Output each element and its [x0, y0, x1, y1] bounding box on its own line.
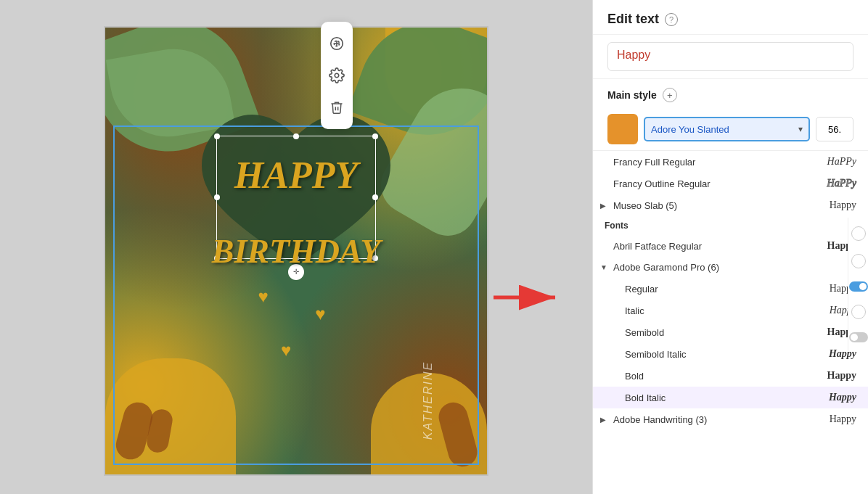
happy-text[interactable]: HAPPY	[234, 153, 358, 196]
font-variant-label: Semibold Italic	[625, 349, 687, 360]
font-name-label: Abril Fatface Regular	[613, 241, 702, 252]
font-dropdown[interactable]: Adore You Slanted ▾	[644, 117, 810, 141]
fonts-section-label: Fonts	[593, 216, 868, 235]
side-control-2[interactable]	[851, 254, 866, 268]
font-name-label: Adobe Garamond Pro (6)	[613, 262, 719, 273]
side-control-3[interactable]	[851, 305, 866, 319]
font-subitem-italic[interactable]: Italic Happy	[593, 300, 868, 321]
delete-button[interactable]	[321, 91, 353, 123]
font-variant-label: Bold Italic	[625, 392, 666, 403]
toggle-knob	[851, 334, 858, 341]
font-name-label: Museo Slab (5)	[613, 200, 677, 211]
font-variant-label: Regular	[625, 284, 658, 295]
add-style-button[interactable]: +	[663, 88, 677, 102]
canvas-area: ✛ HAPPY BIRTHDAY ♥ ♥ ♥ KATHERINE	[0, 0, 592, 494]
font-name-display: Adore You Slanted	[651, 124, 729, 135]
font-preview: Happy	[827, 370, 856, 382]
expand-arrow-icon: ▶	[600, 416, 606, 424]
resize-handle-mr[interactable]	[372, 194, 378, 200]
svg-point-4	[335, 73, 339, 78]
main-style-label: Main style	[607, 89, 657, 101]
resize-handle-tm[interactable]	[293, 133, 299, 139]
font-name-label: Francy Outline Regular	[613, 178, 711, 189]
help-button[interactable]: ?	[665, 13, 678, 26]
main-style-row: Main style +	[593, 79, 868, 108]
font-subitem-bold[interactable]: Bold Happy	[593, 365, 868, 387]
side-controls-panel	[848, 218, 868, 351]
small-heart-2: ♥	[315, 304, 325, 324]
style-controls-row: Adore You Slanted ▾	[593, 108, 868, 144]
resize-handle-ml[interactable]	[214, 194, 220, 200]
font-preview: HaPPy	[827, 178, 856, 189]
font-subitem-regular[interactable]: Regular Happy	[593, 278, 868, 300]
font-item-abril-fatface[interactable]: Abril Fatface Regular Happy	[593, 235, 868, 257]
text-input[interactable]: Happy	[607, 42, 853, 71]
resize-handle-tl[interactable]	[214, 133, 220, 139]
toggle-off-1[interactable]	[849, 332, 868, 342]
card-image[interactable]: ✛ HAPPY BIRTHDAY ♥ ♥ ♥ KATHERINE	[104, 26, 488, 476]
font-variant-label: Bold	[625, 371, 644, 382]
copy-layer-button[interactable]	[321, 28, 353, 59]
right-panel: Edit text ? Happy Main style + Adore You…	[592, 0, 868, 494]
panel-header: Edit text ?	[593, 0, 868, 35]
red-arrow	[494, 283, 566, 312]
expand-arrow-icon: ▶	[600, 202, 606, 210]
toggle-knob	[859, 283, 867, 290]
font-variant-label: Italic	[625, 305, 644, 316]
font-variant-label: Semibold	[625, 327, 664, 338]
birthday-text[interactable]: BIRTHDAY	[212, 231, 381, 270]
font-name-label: Adobe Handwriting (3)	[613, 414, 707, 425]
expand-arrow-icon: ▼	[600, 263, 607, 271]
font-dropdown-panel[interactable]: Francy Full Regular HaPPy Francy Outline…	[593, 150, 868, 426]
text-input-area: Happy	[593, 35, 868, 79]
font-preview: Happy	[830, 413, 856, 425]
font-size-input[interactable]	[816, 117, 853, 141]
font-item-francy-full[interactable]: Francy Full Regular HaPPy	[593, 151, 868, 173]
font-group-adobe-handwriting[interactable]: ▶ Adobe Handwriting (3) Happy	[593, 408, 868, 426]
font-subitem-semibold[interactable]: Semibold Happy	[593, 321, 868, 343]
font-subitem-bold-italic[interactable]: Bold Italic Happy	[593, 387, 868, 408]
font-item-francy-outline[interactable]: Francy Outline Regular HaPPy	[593, 173, 868, 194]
dropdown-arrow-icon: ▾	[798, 124, 803, 134]
side-control-1[interactable]	[851, 226, 866, 241]
font-group-museo-slab[interactable]: ▶ Museo Slab (5) Happy	[593, 194, 868, 216]
settings-button[interactable]	[321, 59, 353, 91]
font-group-adobe-garamond-pro[interactable]: ▼ Adobe Garamond Pro (6)	[593, 257, 868, 278]
katherine-text: KATHERINE	[422, 361, 435, 440]
small-heart-1: ♥	[258, 287, 268, 307]
floating-toolbar	[321, 22, 353, 129]
font-preview: HaPPy	[827, 156, 856, 168]
panel-title: Edit text	[607, 12, 659, 27]
small-heart-3: ♥	[281, 340, 291, 361]
font-subitem-semibold-italic[interactable]: Semibold Italic Happy	[593, 343, 868, 365]
font-name-label: Francy Full Regular	[613, 157, 695, 168]
resize-handle-tr[interactable]	[372, 133, 378, 139]
color-swatch[interactable]	[607, 114, 638, 144]
font-preview: Happy	[830, 199, 856, 211]
toggle-on-1[interactable]	[849, 281, 868, 292]
font-preview: Happy	[829, 392, 856, 403]
